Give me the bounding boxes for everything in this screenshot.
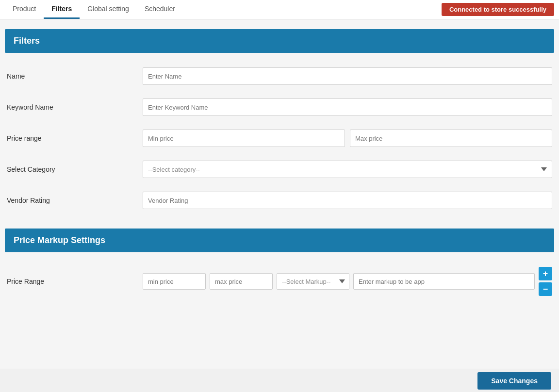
filters-section-header: Filters bbox=[5, 29, 554, 53]
markup-entry-input[interactable] bbox=[353, 273, 535, 290]
tab-product[interactable]: Product bbox=[5, 0, 44, 19]
price-range-controls bbox=[143, 130, 552, 147]
keyword-name-controls bbox=[143, 98, 552, 116]
vendor-rating-controls bbox=[143, 192, 552, 209]
price-range-row: Price range bbox=[5, 130, 554, 147]
markup-section-header: Price Markup Settings bbox=[5, 229, 554, 252]
markup-price-range-row: Price Range --Select Markup-- Fixed Perc… bbox=[5, 267, 554, 296]
connected-badge: Connected to store successfully bbox=[442, 3, 554, 16]
markup-min-price-input[interactable] bbox=[143, 273, 206, 290]
price-range-label: Price range bbox=[7, 134, 143, 142]
markup-action-buttons: + − bbox=[539, 267, 552, 296]
tab-filters[interactable]: Filters bbox=[44, 0, 80, 19]
tab-global-setting[interactable]: Global setting bbox=[80, 0, 137, 19]
remove-markup-button[interactable]: − bbox=[539, 282, 552, 296]
markup-select[interactable]: --Select Markup-- Fixed Percentage bbox=[277, 273, 349, 290]
markup-price-range-label: Price Range bbox=[7, 278, 143, 285]
name-label: Name bbox=[7, 72, 143, 80]
tab-scheduler[interactable]: Scheduler bbox=[137, 0, 183, 19]
add-markup-button[interactable]: + bbox=[539, 267, 552, 280]
select-category-label: Select Category bbox=[7, 165, 143, 173]
vendor-rating-row: Vendor Rating bbox=[5, 192, 554, 209]
vendor-rating-label: Vendor Rating bbox=[7, 196, 143, 204]
name-row: Name bbox=[5, 67, 554, 85]
category-select[interactable]: --Select category-- bbox=[143, 161, 552, 178]
select-category-controls: --Select category-- bbox=[143, 161, 552, 178]
markup-max-price-input[interactable] bbox=[210, 273, 273, 290]
main-content: Filters Name Keyword Name Price range S bbox=[0, 19, 559, 310]
vendor-rating-input[interactable] bbox=[143, 192, 552, 209]
keyword-name-input[interactable] bbox=[143, 98, 552, 116]
markup-controls: --Select Markup-- Fixed Percentage + − bbox=[143, 267, 552, 296]
max-price-input[interactable] bbox=[350, 130, 552, 147]
name-controls bbox=[143, 67, 552, 85]
nav-tabs: Product Filters Global setting Scheduler bbox=[5, 0, 183, 19]
markup-section-wrapper: Price Markup Settings Price Range --Sele… bbox=[5, 229, 554, 296]
min-price-input[interactable] bbox=[143, 130, 345, 147]
name-input[interactable] bbox=[143, 67, 552, 85]
keyword-name-label: Keyword Name bbox=[7, 103, 143, 111]
keyword-name-row: Keyword Name bbox=[5, 98, 554, 116]
select-category-row: Select Category --Select category-- bbox=[5, 161, 554, 178]
top-nav: Product Filters Global setting Scheduler… bbox=[0, 0, 559, 19]
